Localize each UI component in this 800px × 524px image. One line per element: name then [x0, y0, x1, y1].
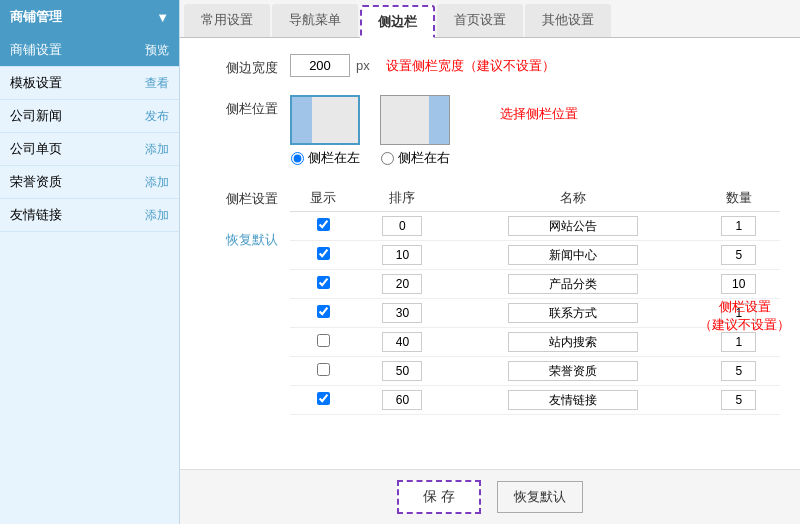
tab-2[interactable]: 侧边栏	[360, 5, 435, 38]
row-4-name-input[interactable]	[508, 332, 638, 352]
tab-bar: 常用设置导航菜单侧边栏首页设置其他设置	[180, 0, 800, 38]
sidebar-item-label-3: 公司单页	[10, 140, 62, 158]
row-3-checkbox[interactable]	[317, 305, 330, 318]
row-1-qty-cell	[697, 241, 780, 270]
tab-3[interactable]: 首页设置	[437, 4, 523, 37]
sidebar-item-action-4: 添加	[145, 174, 169, 191]
row-0-name-cell	[448, 212, 697, 241]
sidebar-arrow: ▼	[156, 10, 169, 25]
sidebar-item-1[interactable]: 模板设置查看	[0, 67, 179, 100]
row-5-name-cell	[448, 357, 697, 386]
sidebar-item-label-0: 商铺设置	[10, 41, 62, 59]
position-hint: 选择侧栏位置	[500, 105, 578, 123]
row-6-order-input[interactable]	[382, 390, 422, 410]
col-header-qty: 数量	[697, 185, 780, 212]
restore-default-link[interactable]: 恢复默认	[226, 231, 278, 249]
width-row: 侧边宽度 px 设置侧栏宽度（建议不设置）	[200, 54, 780, 77]
row-0-order-input[interactable]	[382, 216, 422, 236]
width-label: 侧边宽度	[200, 54, 290, 77]
sidebar-item-2[interactable]: 公司新闻发布	[0, 100, 179, 133]
row-6-name-cell	[448, 386, 697, 415]
position-options: 侧栏在左 侧栏在右	[290, 95, 450, 167]
table-row	[290, 212, 780, 241]
row-2-checkbox[interactable]	[317, 276, 330, 289]
row-0-qty-cell	[697, 212, 780, 241]
row-1-check-cell	[290, 241, 357, 270]
row-1-name-input[interactable]	[508, 245, 638, 265]
sidebar-item-action-5: 添加	[145, 207, 169, 224]
width-content: px 设置侧栏宽度（建议不设置）	[290, 54, 780, 77]
row-1-checkbox[interactable]	[317, 247, 330, 260]
row-1-order-input[interactable]	[382, 245, 422, 265]
position-left-radio-row: 侧栏在左	[291, 149, 360, 167]
row-2-name-input[interactable]	[508, 274, 638, 294]
row-0-qty-input[interactable]	[721, 216, 756, 236]
sidebar-item-label-5: 友情链接	[10, 206, 62, 224]
row-5-order-cell	[357, 357, 448, 386]
position-right-radio[interactable]	[381, 152, 394, 165]
right-sidebar-hint: 侧栏设置 （建议不设置）	[699, 298, 790, 334]
sidebar-item-action-1: 查看	[145, 75, 169, 92]
position-left-radio[interactable]	[291, 152, 304, 165]
bottom-bar: 保 存 恢复默认	[180, 469, 800, 524]
row-0-order-cell	[357, 212, 448, 241]
sidebar-item-3[interactable]: 公司单页添加	[0, 133, 179, 166]
sidebar-item-5[interactable]: 友情链接添加	[0, 199, 179, 232]
row-6-name-input[interactable]	[508, 390, 638, 410]
sidebar-item-4[interactable]: 荣誉资质添加	[0, 166, 179, 199]
row-3-name-input[interactable]	[508, 303, 638, 323]
row-2-name-cell	[448, 270, 697, 299]
layout-right-box[interactable]	[380, 95, 450, 145]
sidebar-settings-label: 侧栏设置 恢复默认	[200, 185, 290, 249]
row-3-check-cell	[290, 299, 357, 328]
col-header-order: 排序	[357, 185, 448, 212]
sidebar-item-label-1: 模板设置	[10, 74, 62, 92]
row-2-order-input[interactable]	[382, 274, 422, 294]
table-row	[290, 241, 780, 270]
row-1-name-cell	[448, 241, 697, 270]
row-5-order-input[interactable]	[382, 361, 422, 381]
col-header-name: 名称	[448, 185, 697, 212]
row-6-qty-input[interactable]	[721, 390, 756, 410]
row-3-order-input[interactable]	[382, 303, 422, 323]
row-0-checkbox[interactable]	[317, 218, 330, 231]
row-6-check-cell	[290, 386, 357, 415]
sidebar-item-label-2: 公司新闻	[10, 107, 62, 125]
row-6-checkbox[interactable]	[317, 392, 330, 405]
row-2-qty-cell	[697, 270, 780, 299]
width-input[interactable]	[290, 54, 350, 77]
tab-1[interactable]: 导航菜单	[272, 4, 358, 37]
row-5-name-input[interactable]	[508, 361, 638, 381]
sidebar-item-action-2: 发布	[145, 108, 169, 125]
row-5-checkbox[interactable]	[317, 363, 330, 376]
table-row	[290, 357, 780, 386]
position-left-label: 侧栏在左	[308, 149, 360, 167]
position-left-preview: 侧栏在左	[290, 95, 360, 167]
row-6-qty-cell	[697, 386, 780, 415]
row-4-checkbox[interactable]	[317, 334, 330, 347]
row-4-check-cell	[290, 328, 357, 357]
row-0-name-input[interactable]	[508, 216, 638, 236]
position-right-radio-row: 侧栏在右	[381, 149, 450, 167]
sidebar-item-0[interactable]: 商铺设置预览	[0, 34, 179, 67]
row-4-qty-input[interactable]	[721, 332, 756, 352]
row-2-qty-input[interactable]	[721, 274, 756, 294]
tab-0[interactable]: 常用设置	[184, 4, 270, 37]
sidebar-settings-row: 侧栏设置 恢复默认 显示 排序 名称 数量	[200, 185, 780, 415]
save-button[interactable]: 保 存	[397, 480, 481, 514]
row-4-order-cell	[357, 328, 448, 357]
sidebar-title: 商铺管理	[10, 8, 62, 26]
sidebar-item-label-4: 荣誉资质	[10, 173, 62, 191]
row-5-qty-input[interactable]	[721, 361, 756, 381]
row-1-qty-input[interactable]	[721, 245, 756, 265]
row-4-name-cell	[448, 328, 697, 357]
row-5-qty-cell	[697, 357, 780, 386]
table-row	[290, 386, 780, 415]
position-content: 侧栏在左 侧栏在右	[290, 95, 780, 167]
sidebar: 商铺管理 ▼ 商铺设置预览模板设置查看公司新闻发布公司单页添加荣誉资质添加友情链…	[0, 0, 180, 524]
main-content: 常用设置导航菜单侧边栏首页设置其他设置 侧边宽度 px 设置侧栏宽度（建议不设置…	[180, 0, 800, 524]
restore-button[interactable]: 恢复默认	[497, 481, 583, 513]
layout-left-box[interactable]	[290, 95, 360, 145]
row-4-order-input[interactable]	[382, 332, 422, 352]
tab-4[interactable]: 其他设置	[525, 4, 611, 37]
